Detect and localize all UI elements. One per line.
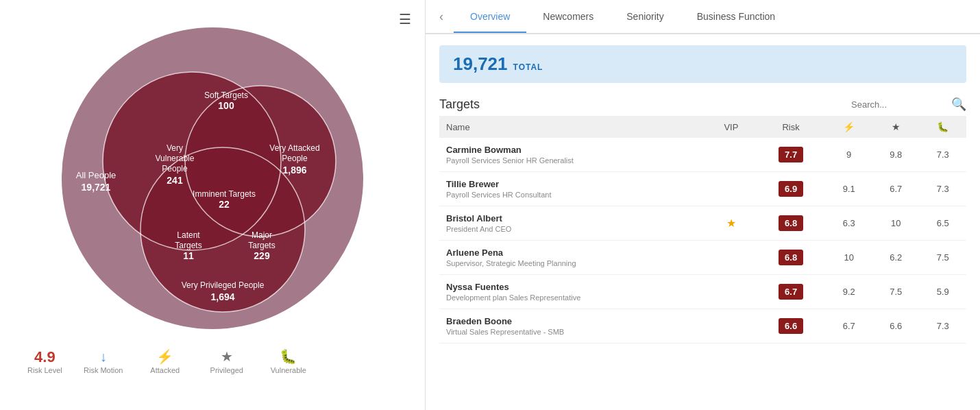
privileged-cell: 6.7: [872, 172, 919, 206]
person-cell: Braeden Boone Virtual Sales Representati…: [439, 309, 706, 343]
person-cell: Carmine Bowman Payroll Services Senior H…: [439, 138, 706, 172]
svg-text:241: 241: [167, 175, 183, 186]
attacked-col-icon: ⚡: [843, 121, 855, 132]
attacked-label: Attacked: [150, 366, 180, 374]
table-row[interactable]: Carmine Bowman Payroll Services Senior H…: [439, 138, 966, 172]
svg-text:Major: Major: [252, 230, 272, 240]
person-name: Tillie Brewer: [446, 179, 699, 189]
person-title: President And CEO: [446, 225, 699, 233]
table-row[interactable]: Tillie Brewer Payroll Services HR Consul…: [439, 172, 966, 206]
risk-badge: 6.6: [779, 318, 803, 334]
risk-cell: 6.6: [757, 309, 826, 343]
person-title: Payroll Services Senior HR Generalist: [446, 156, 699, 165]
svg-text:People: People: [282, 154, 308, 163]
tabs-bar: ‹ Overview Newcomers Seniority Business …: [426, 0, 980, 34]
search-icon[interactable]: 🔍: [951, 97, 966, 112]
down-arrow-icon: ↓: [100, 349, 107, 365]
person-cell: Arluene Pena Supervisor, Strategic Meeti…: [439, 241, 706, 275]
vip-cell: [706, 309, 757, 343]
col-header-attacked: ⚡: [825, 116, 872, 138]
svg-text:100: 100: [218, 100, 234, 111]
risk-cell: 6.8: [757, 206, 826, 241]
col-header-risk: Risk: [757, 116, 826, 138]
risk-cell: 6.9: [757, 172, 826, 206]
risk-badge: 6.7: [779, 284, 803, 300]
venn-diagram: All People 19,721 Soft Targets 100 Very …: [41, 14, 384, 343]
bottom-stats: 4.9 Risk Level ↓ Risk Motion ⚡ Attacked …: [14, 343, 411, 380]
svg-text:Vulnerable: Vulnerable: [156, 154, 195, 163]
person-name: Nyssa Fuentes: [446, 282, 699, 292]
person-title: Payroll Services HR Consultant: [446, 191, 699, 199]
svg-text:Very: Very: [167, 143, 183, 153]
person-title: Virtual Sales Representative - SMB: [446, 328, 699, 336]
privileged-label: Privileged: [210, 366, 243, 374]
vip-cell: [706, 275, 757, 309]
attacked-cell: 9.1: [825, 172, 872, 206]
table-row[interactable]: Bristol Albert President And CEO ★ 6.8 6…: [439, 206, 966, 241]
person-cell: Tillie Brewer Payroll Services HR Consul…: [439, 172, 706, 206]
menu-icon[interactable]: ☰: [399, 11, 411, 27]
table-row[interactable]: Nyssa Fuentes Development plan Sales Rep…: [439, 275, 966, 309]
vulnerable-cell: 7.3: [919, 138, 966, 172]
tab-newcomers[interactable]: Newcomers: [526, 1, 610, 33]
vip-cell: [706, 138, 757, 172]
tab-seniority[interactable]: Seniority: [610, 1, 680, 33]
svg-text:Soft Targets: Soft Targets: [204, 91, 248, 100]
svg-text:People: People: [162, 164, 188, 173]
vip-cell: [706, 172, 757, 206]
svg-text:Targets: Targets: [248, 241, 275, 250]
attacked-cell: 9.2: [825, 275, 872, 309]
vulnerable-cell: 6.5: [919, 206, 966, 241]
svg-text:Very Attacked: Very Attacked: [269, 143, 319, 153]
risk-badge: 7.7: [779, 147, 803, 162]
back-button[interactable]: ‹: [432, 10, 450, 24]
svg-text:Targets: Targets: [175, 241, 201, 250]
person-cell: Nyssa Fuentes Development plan Sales Rep…: [439, 275, 706, 309]
targets-header: Targets 🔍: [426, 90, 980, 116]
col-header-vip: VIP: [706, 116, 757, 138]
svg-text:Imminent Targets: Imminent Targets: [193, 189, 256, 199]
vulnerable-label: Vulnerable: [271, 366, 306, 374]
svg-text:11: 11: [183, 250, 194, 261]
svg-text:All People: All People: [76, 170, 117, 180]
risk-badge: 6.8: [779, 215, 803, 231]
search-input[interactable]: [851, 99, 947, 110]
attacked-cell: 6.3: [825, 206, 872, 241]
col-header-vulnerable: 🐛: [919, 116, 966, 138]
privileged-cell: 10: [872, 206, 919, 241]
svg-text:Very Privileged People: Very Privileged People: [182, 280, 265, 290]
risk-cell: 6.7: [757, 275, 826, 309]
right-panel: ‹ Overview Newcomers Seniority Business …: [425, 0, 980, 410]
vip-cell: ★: [706, 206, 757, 241]
person-cell: Bristol Albert President And CEO: [439, 206, 706, 241]
privileged-cell: 6.6: [872, 309, 919, 343]
attacked-cell: 10: [825, 241, 872, 275]
svg-text:Latent: Latent: [177, 230, 200, 240]
vip-cell: [706, 241, 757, 275]
risk-level-label: Risk Level: [27, 366, 62, 374]
svg-text:1,896: 1,896: [282, 165, 306, 176]
tab-overview[interactable]: Overview: [454, 1, 526, 33]
person-title: Supervisor, Strategic Meeting Planning: [446, 259, 699, 267]
table-row[interactable]: Braeden Boone Virtual Sales Representati…: [439, 309, 966, 343]
person-name: Bristol Albert: [446, 213, 699, 224]
risk-level-value: 4.9: [34, 348, 56, 366]
risk-motion-stat: ↓ Risk Motion: [83, 349, 124, 374]
svg-text:1,694: 1,694: [210, 291, 234, 302]
col-header-privileged: ★: [872, 116, 919, 138]
vip-star-icon: ★: [726, 217, 736, 229]
privileged-col-icon: ★: [892, 121, 901, 132]
attacked-stat: ⚡ Attacked: [145, 348, 186, 374]
left-panel: ☰ All People 19,721 Soft Targets 100 Ver…: [0, 0, 425, 410]
risk-cell: 7.7: [757, 138, 826, 172]
vulnerable-cell: 5.9: [919, 275, 966, 309]
risk-level-stat: 4.9 Risk Level: [27, 348, 62, 374]
bug-icon: 🐛: [280, 348, 297, 365]
vulnerable-cell: 7.5: [919, 241, 966, 275]
table-row[interactable]: Arluene Pena Supervisor, Strategic Meeti…: [439, 241, 966, 275]
risk-badge: 6.9: [779, 181, 803, 197]
targets-title: Targets: [439, 97, 480, 112]
total-label: TOTAL: [513, 62, 543, 72]
privileged-cell: 6.2: [872, 241, 919, 275]
tab-business-function[interactable]: Business Function: [681, 1, 792, 33]
